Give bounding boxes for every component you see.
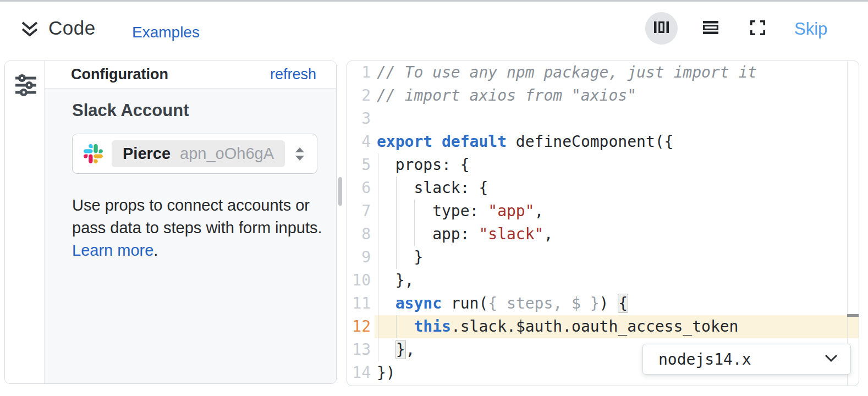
configuration-content: Configuration refresh Slack Account [45,61,337,383]
code-token-plain: .slack.$auth.oauth_access_token [451,317,739,336]
refresh-link[interactable]: refresh [270,66,316,83]
help-text-before: Use props to connect accounts or pass da… [72,196,322,237]
code-token-str: "app" [488,202,534,220]
line-number[interactable]: 11 [347,292,375,315]
selector-icon [294,146,306,162]
code-token-plain: } [377,248,423,266]
scrollbar-line-marker [847,314,859,317]
rows-layout-button[interactable] [695,13,726,44]
sliders-icon[interactable] [14,73,38,98]
runtime-select[interactable]: nodejs14.x [642,344,851,375]
editor-ruler [847,61,848,386]
line-number[interactable]: 1 [347,61,375,84]
app-window: Code Examples S [0,0,868,396]
help-text-after: . [153,241,158,259]
code-row: 11 async run({ steps, $ }) { [347,292,859,315]
code-row: 5 props: { [347,153,859,177]
help-text: Use props to connect accounts or pass da… [72,194,335,262]
line-number[interactable]: 8 [347,223,375,246]
account-name: Pierce [123,145,171,163]
code-token-kw: this [414,317,451,336]
rows-layout-icon [702,21,719,36]
line-number[interactable]: 10 [347,269,375,292]
code-token-plain: }) [377,364,395,382]
code-token-plain [377,317,414,336]
line-number[interactable]: 5 [347,153,375,177]
code-line[interactable]: app: "slack", [375,223,859,246]
line-number[interactable]: 4 [347,130,375,153]
slack-account-select[interactable]: Pierce apn_oOh6gA [72,134,317,174]
line-number[interactable]: 9 [347,246,375,269]
indent-guide [378,153,378,361]
selected-account: Pierce apn_oOh6gA [112,140,285,167]
indent-guide [396,315,397,338]
code-token-muted: { steps, $ } [488,294,599,312]
chevron-down-icon [824,354,838,365]
code-row: 12 this.slack.$auth.oauth_access_token [347,315,859,338]
editor-lines: 1// To use any npm package, just import … [347,61,859,384]
code-token-plain: , [406,340,415,359]
double-chevron-down-icon [19,20,40,41]
fullscreen-icon [750,20,765,37]
collapse-panel-button[interactable] [17,19,43,43]
code-token-plain: run( [442,294,488,312]
code-line[interactable]: // To use any npm package, just import i… [375,61,859,84]
indent-guide [414,200,415,246]
line-number[interactable]: 14 [347,361,375,384]
config-panel-scrollbar[interactable] [338,177,342,206]
code-row: 1// To use any npm package, just import … [347,61,859,84]
code-token-com: // To use any npm package, just import i… [377,63,757,81]
fullscreen-button[interactable] [742,13,773,44]
line-number[interactable]: 7 [347,200,375,223]
window-top-border [0,0,868,2]
code-token-plain: , [543,225,553,243]
code-line[interactable]: type: "app", [375,200,859,223]
code-token-plain [377,294,395,312]
code-token-plain: slack: { [377,179,488,197]
code-token-com: // import axios from "axios" [377,86,636,105]
code-line[interactable]: export default defineComponent({ [375,130,859,153]
examples-link[interactable]: Examples [132,24,200,41]
columns-layout-button[interactable] [645,12,678,45]
code-editor[interactable]: 1// To use any npm package, just import … [347,61,859,386]
code-row: 8 app: "slack", [347,223,859,246]
columns-layout-icon [654,21,669,36]
account-id: apn_oOh6gA [180,145,274,163]
code-line[interactable]: props: { [375,153,859,177]
code-token-plain: app: [377,225,479,243]
line-number[interactable]: 3 [347,107,375,130]
skip-link[interactable]: Skip [794,19,827,39]
code-line[interactable]: }, [375,269,859,292]
configuration-header: Configuration refresh [45,61,337,89]
code-line[interactable]: } [375,246,859,269]
code-token-plain [377,340,395,359]
line-number[interactable]: 6 [347,177,375,200]
code-token-plain: ) [600,294,618,312]
code-line[interactable] [375,107,859,130]
panel-icon-rail [5,61,45,383]
configuration-panel: Configuration refresh Slack Account [4,61,337,384]
learn-more-link[interactable]: Learn more [72,241,153,259]
code-token-plain: defineComponent({ [507,133,673,151]
code-row: 2// import axios from "axios" [347,84,859,107]
code-line[interactable]: this.slack.$auth.oauth_access_token [375,315,859,338]
slack-icon [84,144,103,163]
indent-guide [396,177,397,269]
code-row: 3 [347,107,859,130]
code-row: 4export default defineComponent({ [347,130,859,153]
code-token-bm: } [395,340,406,359]
code-row: 9 } [347,246,859,269]
line-number[interactable]: 12 [347,315,375,338]
code-line[interactable]: // import axios from "axios" [375,84,859,107]
code-token-kw: export default [377,133,507,151]
line-number[interactable]: 2 [347,84,375,107]
code-token-plain: }, [377,271,414,289]
page-title: Code [48,17,96,39]
runtime-value: nodejs14.x [658,350,751,369]
code-row: 7 type: "app", [347,200,859,223]
code-row: 6 slack: { [347,177,859,200]
line-number[interactable]: 13 [347,338,375,361]
code-line[interactable]: slack: { [375,177,859,200]
code-token-str: "slack" [479,225,543,243]
code-line[interactable]: async run({ steps, $ }) { [375,292,859,315]
